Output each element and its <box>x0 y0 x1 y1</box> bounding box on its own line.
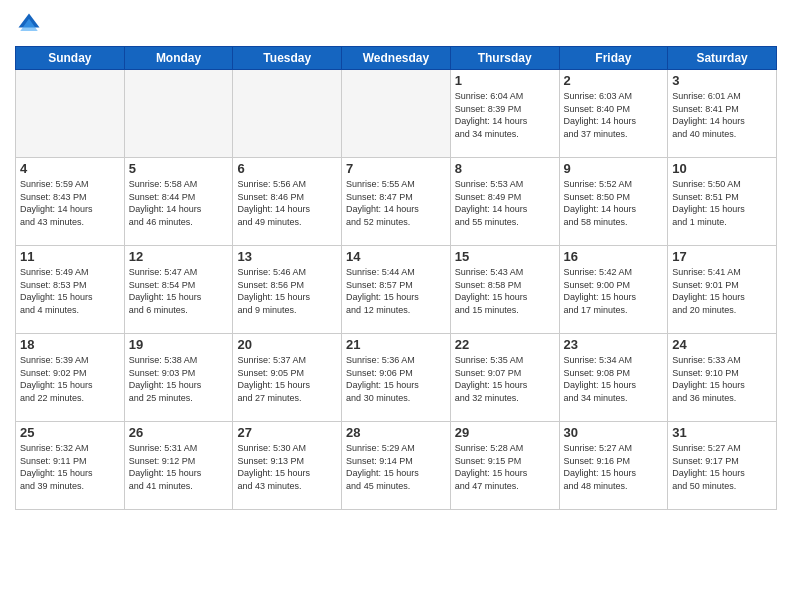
day-info: Sunrise: 6:01 AM Sunset: 8:41 PM Dayligh… <box>672 90 772 140</box>
day-number: 18 <box>20 337 120 352</box>
day-info: Sunrise: 5:52 AM Sunset: 8:50 PM Dayligh… <box>564 178 664 228</box>
calendar-cell: 7Sunrise: 5:55 AM Sunset: 8:47 PM Daylig… <box>342 158 451 246</box>
calendar-cell: 11Sunrise: 5:49 AM Sunset: 8:53 PM Dayli… <box>16 246 125 334</box>
calendar-cell: 15Sunrise: 5:43 AM Sunset: 8:58 PM Dayli… <box>450 246 559 334</box>
day-number: 19 <box>129 337 229 352</box>
header <box>15 10 777 38</box>
day-info: Sunrise: 6:04 AM Sunset: 8:39 PM Dayligh… <box>455 90 555 140</box>
day-info: Sunrise: 5:59 AM Sunset: 8:43 PM Dayligh… <box>20 178 120 228</box>
day-header-thursday: Thursday <box>450 47 559 70</box>
calendar-cell: 12Sunrise: 5:47 AM Sunset: 8:54 PM Dayli… <box>124 246 233 334</box>
day-info: Sunrise: 5:55 AM Sunset: 8:47 PM Dayligh… <box>346 178 446 228</box>
day-info: Sunrise: 5:53 AM Sunset: 8:49 PM Dayligh… <box>455 178 555 228</box>
week-row-3: 11Sunrise: 5:49 AM Sunset: 8:53 PM Dayli… <box>16 246 777 334</box>
day-number: 16 <box>564 249 664 264</box>
day-number: 25 <box>20 425 120 440</box>
day-info: Sunrise: 5:36 AM Sunset: 9:06 PM Dayligh… <box>346 354 446 404</box>
day-number: 22 <box>455 337 555 352</box>
day-number: 13 <box>237 249 337 264</box>
calendar-cell: 14Sunrise: 5:44 AM Sunset: 8:57 PM Dayli… <box>342 246 451 334</box>
day-header-monday: Monday <box>124 47 233 70</box>
calendar-cell <box>233 70 342 158</box>
day-number: 21 <box>346 337 446 352</box>
calendar-cell: 28Sunrise: 5:29 AM Sunset: 9:14 PM Dayli… <box>342 422 451 510</box>
day-number: 27 <box>237 425 337 440</box>
day-info: Sunrise: 5:38 AM Sunset: 9:03 PM Dayligh… <box>129 354 229 404</box>
day-header-saturday: Saturday <box>668 47 777 70</box>
calendar-cell: 23Sunrise: 5:34 AM Sunset: 9:08 PM Dayli… <box>559 334 668 422</box>
day-number: 26 <box>129 425 229 440</box>
day-info: Sunrise: 5:29 AM Sunset: 9:14 PM Dayligh… <box>346 442 446 492</box>
calendar-cell: 25Sunrise: 5:32 AM Sunset: 9:11 PM Dayli… <box>16 422 125 510</box>
day-number: 10 <box>672 161 772 176</box>
day-info: Sunrise: 5:39 AM Sunset: 9:02 PM Dayligh… <box>20 354 120 404</box>
day-info: Sunrise: 5:37 AM Sunset: 9:05 PM Dayligh… <box>237 354 337 404</box>
calendar-cell: 29Sunrise: 5:28 AM Sunset: 9:15 PM Dayli… <box>450 422 559 510</box>
day-number: 17 <box>672 249 772 264</box>
calendar-cell <box>124 70 233 158</box>
day-info: Sunrise: 5:43 AM Sunset: 8:58 PM Dayligh… <box>455 266 555 316</box>
calendar-cell: 27Sunrise: 5:30 AM Sunset: 9:13 PM Dayli… <box>233 422 342 510</box>
calendar-cell: 21Sunrise: 5:36 AM Sunset: 9:06 PM Dayli… <box>342 334 451 422</box>
day-number: 24 <box>672 337 772 352</box>
day-info: Sunrise: 5:46 AM Sunset: 8:56 PM Dayligh… <box>237 266 337 316</box>
calendar-cell: 24Sunrise: 5:33 AM Sunset: 9:10 PM Dayli… <box>668 334 777 422</box>
week-row-1: 1Sunrise: 6:04 AM Sunset: 8:39 PM Daylig… <box>16 70 777 158</box>
day-info: Sunrise: 5:42 AM Sunset: 9:00 PM Dayligh… <box>564 266 664 316</box>
day-number: 29 <box>455 425 555 440</box>
calendar-cell: 3Sunrise: 6:01 AM Sunset: 8:41 PM Daylig… <box>668 70 777 158</box>
day-info: Sunrise: 5:35 AM Sunset: 9:07 PM Dayligh… <box>455 354 555 404</box>
day-info: Sunrise: 5:34 AM Sunset: 9:08 PM Dayligh… <box>564 354 664 404</box>
calendar-cell: 13Sunrise: 5:46 AM Sunset: 8:56 PM Dayli… <box>233 246 342 334</box>
day-number: 12 <box>129 249 229 264</box>
calendar-cell: 20Sunrise: 5:37 AM Sunset: 9:05 PM Dayli… <box>233 334 342 422</box>
day-header-row: SundayMondayTuesdayWednesdayThursdayFrid… <box>16 47 777 70</box>
day-number: 14 <box>346 249 446 264</box>
week-row-4: 18Sunrise: 5:39 AM Sunset: 9:02 PM Dayli… <box>16 334 777 422</box>
day-info: Sunrise: 5:30 AM Sunset: 9:13 PM Dayligh… <box>237 442 337 492</box>
day-info: Sunrise: 5:41 AM Sunset: 9:01 PM Dayligh… <box>672 266 772 316</box>
day-info: Sunrise: 5:58 AM Sunset: 8:44 PM Dayligh… <box>129 178 229 228</box>
calendar-cell: 2Sunrise: 6:03 AM Sunset: 8:40 PM Daylig… <box>559 70 668 158</box>
calendar-cell: 31Sunrise: 5:27 AM Sunset: 9:17 PM Dayli… <box>668 422 777 510</box>
calendar-cell: 18Sunrise: 5:39 AM Sunset: 9:02 PM Dayli… <box>16 334 125 422</box>
day-info: Sunrise: 5:33 AM Sunset: 9:10 PM Dayligh… <box>672 354 772 404</box>
day-header-wednesday: Wednesday <box>342 47 451 70</box>
day-header-friday: Friday <box>559 47 668 70</box>
day-info: Sunrise: 5:27 AM Sunset: 9:17 PM Dayligh… <box>672 442 772 492</box>
day-number: 15 <box>455 249 555 264</box>
calendar-cell: 9Sunrise: 5:52 AM Sunset: 8:50 PM Daylig… <box>559 158 668 246</box>
day-number: 20 <box>237 337 337 352</box>
calendar-cell: 5Sunrise: 5:58 AM Sunset: 8:44 PM Daylig… <box>124 158 233 246</box>
calendar-cell: 22Sunrise: 5:35 AM Sunset: 9:07 PM Dayli… <box>450 334 559 422</box>
logo-icon <box>15 10 43 38</box>
day-number: 7 <box>346 161 446 176</box>
calendar-cell: 6Sunrise: 5:56 AM Sunset: 8:46 PM Daylig… <box>233 158 342 246</box>
day-info: Sunrise: 5:47 AM Sunset: 8:54 PM Dayligh… <box>129 266 229 316</box>
day-number: 6 <box>237 161 337 176</box>
day-info: Sunrise: 5:32 AM Sunset: 9:11 PM Dayligh… <box>20 442 120 492</box>
calendar-table: SundayMondayTuesdayWednesdayThursdayFrid… <box>15 46 777 510</box>
day-info: Sunrise: 5:44 AM Sunset: 8:57 PM Dayligh… <box>346 266 446 316</box>
calendar-cell <box>16 70 125 158</box>
calendar-cell: 1Sunrise: 6:04 AM Sunset: 8:39 PM Daylig… <box>450 70 559 158</box>
day-number: 4 <box>20 161 120 176</box>
day-header-sunday: Sunday <box>16 47 125 70</box>
day-info: Sunrise: 5:49 AM Sunset: 8:53 PM Dayligh… <box>20 266 120 316</box>
calendar-cell <box>342 70 451 158</box>
calendar-cell: 30Sunrise: 5:27 AM Sunset: 9:16 PM Dayli… <box>559 422 668 510</box>
day-info: Sunrise: 6:03 AM Sunset: 8:40 PM Dayligh… <box>564 90 664 140</box>
calendar-cell: 4Sunrise: 5:59 AM Sunset: 8:43 PM Daylig… <box>16 158 125 246</box>
day-info: Sunrise: 5:56 AM Sunset: 8:46 PM Dayligh… <box>237 178 337 228</box>
calendar-cell: 16Sunrise: 5:42 AM Sunset: 9:00 PM Dayli… <box>559 246 668 334</box>
calendar-cell: 8Sunrise: 5:53 AM Sunset: 8:49 PM Daylig… <box>450 158 559 246</box>
day-number: 1 <box>455 73 555 88</box>
logo <box>15 10 47 38</box>
day-number: 3 <box>672 73 772 88</box>
day-number: 31 <box>672 425 772 440</box>
week-row-2: 4Sunrise: 5:59 AM Sunset: 8:43 PM Daylig… <box>16 158 777 246</box>
day-number: 11 <box>20 249 120 264</box>
day-header-tuesday: Tuesday <box>233 47 342 70</box>
day-number: 23 <box>564 337 664 352</box>
day-info: Sunrise: 5:50 AM Sunset: 8:51 PM Dayligh… <box>672 178 772 228</box>
